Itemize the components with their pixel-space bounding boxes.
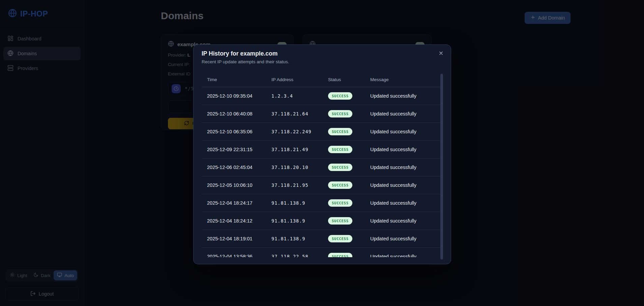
row-status: SUCCESS [328,181,370,189]
status-badge: SUCCESS [328,92,352,100]
col-header-time: Time [202,77,271,82]
status-badge: SUCCESS [328,181,352,189]
row-message: Updated successfully [370,165,441,170]
row-ip-address: 37.118.20.10 [271,165,328,170]
row-time: 2025-12-04 18:24:12 [202,218,271,224]
scrollbar-thumb[interactable] [440,74,443,260]
row-status: SUCCESS [328,92,370,100]
row-ip-address: 37.118.21.49 [271,147,328,152]
row-ip-address: 1.2.3.4 [271,93,328,99]
row-time: 2025-12-05 10:06:10 [202,182,271,188]
row-ip-address: 91.81.138.9 [271,200,328,206]
row-time: 2025-12-04 18:19:01 [202,236,271,241]
table-body: 2025-12-10 09:35:041.2.3.4SUCCESSUpdated… [202,87,441,257]
status-badge: SUCCESS [328,128,352,135]
row-time: 2025-12-10 09:35:04 [202,93,271,99]
ip-history-table: Time IP Address Status Message 2025-12-1… [202,72,441,257]
status-badge: SUCCESS [328,199,352,207]
row-message: Updated successfully [370,218,441,224]
row-status: SUCCESS [328,128,370,135]
close-icon[interactable] [437,49,445,57]
dialog-subtitle: Recent IP update attempts and their stat… [202,59,289,64]
status-badge: SUCCESS [328,217,352,225]
row-ip-address: 37.118.21.64 [271,111,328,116]
row-status: SUCCESS [328,217,370,225]
table-row: 2025-12-04 18:19:0191.81.138.9SUCCESSUpd… [202,230,441,248]
ip-history-dialog: IP History for example.com Recent IP upd… [193,44,451,264]
row-time: 2025-12-10 06:35:06 [202,129,271,134]
status-badge: SUCCESS [328,253,352,257]
row-ip-address: 37.118.22.249 [271,129,328,134]
status-badge: SUCCESS [328,164,352,171]
row-time: 2025-12-10 06:40:08 [202,111,271,116]
row-message: Updated successfully [370,254,441,257]
status-badge: SUCCESS [328,235,352,242]
table-row: 2025-12-04 13:58:3637.118.22.58SUCCESSUp… [202,248,441,257]
table-row: 2025-12-04 18:24:1291.81.138.9SUCCESSUpd… [202,212,441,230]
row-message: Updated successfully [370,147,441,152]
table-row: 2025-12-10 06:40:0837.118.21.64SUCCESSUp… [202,105,441,123]
row-status: SUCCESS [328,110,370,117]
row-message: Updated successfully [370,182,441,188]
row-message: Updated successfully [370,236,441,241]
row-time: 2025-12-09 22:31:15 [202,147,271,152]
table-row: 2025-12-10 06:35:0637.118.22.249SUCCESSU… [202,123,441,141]
row-message: Updated successfully [370,200,441,206]
row-status: SUCCESS [328,164,370,171]
row-message: Updated successfully [370,93,441,99]
table-row: 2025-12-06 02:45:0437.118.20.10SUCCESSUp… [202,159,441,176]
row-status: SUCCESS [328,199,370,207]
row-time: 2025-12-04 18:24:17 [202,200,271,206]
row-ip-address: 91.81.138.9 [271,236,328,241]
status-badge: SUCCESS [328,146,352,153]
table-row: 2025-12-05 10:06:1037.118.21.95SUCCESSUp… [202,176,441,194]
row-status: SUCCESS [328,235,370,242]
col-header-status: Status [328,77,370,82]
dialog-title: IP History for example.com [202,50,277,57]
row-ip-address: 91.81.138.9 [271,218,328,224]
col-header-message: Message [370,77,441,82]
row-ip-address: 37.118.22.58 [271,254,328,257]
row-status: SUCCESS [328,146,370,153]
row-time: 2025-12-04 13:58:36 [202,254,271,257]
table-row: 2025-12-04 18:24:1791.81.138.9SUCCESSUpd… [202,194,441,212]
row-time: 2025-12-06 02:45:04 [202,165,271,170]
row-message: Updated successfully [370,129,441,134]
status-badge: SUCCESS [328,110,352,117]
table-header-row: Time IP Address Status Message [202,72,441,87]
col-header-ip: IP Address [271,77,328,82]
row-message: Updated successfully [370,111,441,116]
row-status: SUCCESS [328,253,370,257]
row-ip-address: 37.118.21.95 [271,182,328,188]
table-row: 2025-12-10 09:35:041.2.3.4SUCCESSUpdated… [202,87,441,105]
table-row: 2025-12-09 22:31:1537.118.21.49SUCCESSUp… [202,141,441,159]
